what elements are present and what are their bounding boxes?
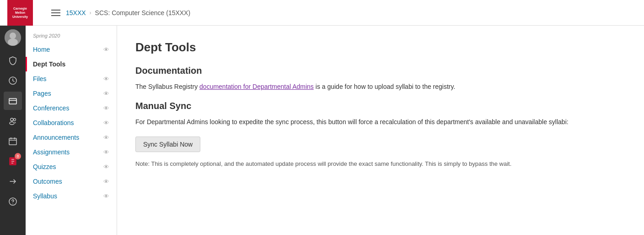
svg-point-11 bbox=[12, 203, 13, 204]
eye-icon-conferences: 👁 bbox=[103, 105, 109, 112]
sidebar-item-syllabus[interactable]: Syllabus 👁 bbox=[26, 189, 117, 203]
top-bar: Carnegie Mellon University 15XXX › SCS: … bbox=[0, 0, 644, 26]
manual-sync-title: Manual Sync bbox=[135, 101, 626, 111]
doc-link[interactable]: documentation for Departmental Admins bbox=[199, 83, 314, 90]
sidebar: Spring 2020 Home 👁 Dept Tools Files 👁 Pa… bbox=[26, 26, 117, 235]
doc-text-before: The Syllabus Registry bbox=[135, 83, 199, 90]
rail-people-icon[interactable] bbox=[4, 112, 22, 130]
svg-point-1 bbox=[10, 33, 16, 39]
sidebar-item-dept-tools[interactable]: Dept Tools bbox=[26, 57, 117, 71]
sidebar-season: Spring 2020 bbox=[26, 33, 117, 42]
sidebar-item-announcements[interactable]: Announcements 👁 bbox=[26, 130, 117, 145]
rail-book-icon[interactable]: 8 bbox=[4, 152, 22, 170]
sidebar-item-files[interactable]: Files 👁 bbox=[26, 71, 117, 86]
sidebar-item-collaborations[interactable]: Collaborations 👁 bbox=[26, 115, 117, 130]
inbox-badge: 8 bbox=[15, 153, 21, 159]
sidebar-item-home[interactable]: Home 👁 bbox=[26, 42, 117, 57]
svg-point-2 bbox=[8, 38, 18, 46]
eye-icon-outcomes: 👁 bbox=[103, 178, 109, 185]
documentation-text: The Syllabus Registry documentation for … bbox=[135, 82, 626, 92]
eye-icon-announcements: 👁 bbox=[103, 134, 109, 141]
svg-point-7 bbox=[14, 119, 16, 121]
svg-rect-8 bbox=[9, 138, 16, 145]
page-title: Dept Tools bbox=[135, 40, 626, 55]
rail-inbox-icon[interactable] bbox=[4, 92, 22, 110]
cmu-logo: Carnegie Mellon University bbox=[7, 0, 33, 26]
sidebar-item-pages[interactable]: Pages 👁 bbox=[26, 86, 117, 101]
sidebar-item-outcomes[interactable]: Outcomes 👁 bbox=[26, 174, 117, 189]
sync-note: Note: This is completely optional, and t… bbox=[135, 159, 626, 169]
breadcrumb: 15XXX › SCS: Computer Science (15XXX) bbox=[66, 9, 190, 16]
breadcrumb-link[interactable]: 15XXX bbox=[66, 9, 86, 16]
eye-icon-files: 👁 bbox=[103, 76, 109, 82]
eye-icon-syllabus: 👁 bbox=[103, 193, 109, 200]
svg-point-6 bbox=[10, 122, 14, 125]
sync-syllabi-button[interactable]: Sync Syllabi Now bbox=[135, 137, 200, 152]
manual-sync-description: For Departmental Admins looking to exped… bbox=[135, 117, 626, 127]
cmu-logo-text: Carnegie Mellon University bbox=[12, 6, 28, 19]
user-avatar[interactable] bbox=[5, 29, 21, 46]
eye-icon-assignments: 👁 bbox=[103, 149, 109, 156]
eye-icon-home: 👁 bbox=[103, 46, 109, 53]
svg-rect-4 bbox=[9, 98, 16, 104]
rail-shield-icon[interactable] bbox=[4, 51, 22, 70]
sidebar-item-quizzes[interactable]: Quizzes 👁 bbox=[26, 159, 117, 174]
breadcrumb-current: SCS: Computer Science (15XXX) bbox=[95, 9, 191, 16]
rail-arrow-icon[interactable] bbox=[4, 172, 22, 191]
eye-icon-pages: 👁 bbox=[103, 90, 109, 97]
eye-icon-quizzes: 👁 bbox=[103, 164, 109, 170]
main-content: Dept Tools Documentation The Syllabus Re… bbox=[117, 26, 644, 235]
doc-text-after: is a guide for how to upload syllabi to … bbox=[314, 83, 455, 90]
rail-clock-icon[interactable] bbox=[4, 71, 22, 90]
rail-calendar-icon[interactable] bbox=[4, 132, 22, 150]
main-layout: 8 Spring 2020 Home 👁 Dept Tools Files 👁 … bbox=[0, 26, 644, 235]
eye-icon-collaborations: 👁 bbox=[103, 120, 109, 126]
hamburger-button[interactable] bbox=[51, 10, 60, 16]
rail-help-icon[interactable] bbox=[4, 192, 22, 211]
documentation-title: Documentation bbox=[135, 66, 626, 76]
sidebar-item-assignments[interactable]: Assignments 👁 bbox=[26, 145, 117, 159]
breadcrumb-separator: › bbox=[90, 10, 91, 16]
sidebar-item-conferences[interactable]: Conferences 👁 bbox=[26, 101, 117, 115]
svg-point-5 bbox=[11, 118, 13, 121]
icon-rail: 8 bbox=[0, 26, 26, 235]
